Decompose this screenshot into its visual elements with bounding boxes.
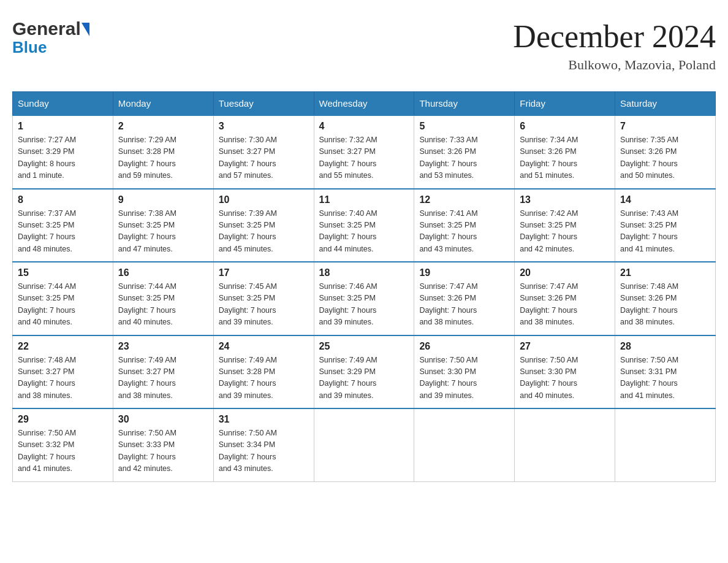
calendar-cell: 30Sunrise: 7:50 AMSunset: 3:33 PMDayligh… [113, 408, 213, 481]
location-subtitle: Bulkowo, Mazovia, Poland [513, 57, 716, 73]
calendar-cell [615, 408, 716, 481]
calendar-week-row: 8Sunrise: 7:37 AMSunset: 3:25 PMDaylight… [13, 189, 716, 262]
calendar-cell: 23Sunrise: 7:49 AMSunset: 3:27 PMDayligh… [113, 335, 213, 409]
calendar-cell: 10Sunrise: 7:39 AMSunset: 3:25 PMDayligh… [213, 189, 314, 262]
day-info: Sunrise: 7:44 AMSunset: 3:25 PMDaylight:… [118, 281, 208, 329]
day-info: Sunrise: 7:50 AMSunset: 3:30 PMDaylight:… [419, 354, 509, 402]
day-info: Sunrise: 7:34 AMSunset: 3:26 PMDaylight:… [520, 134, 610, 182]
day-info: Sunrise: 7:50 AMSunset: 3:34 PMDaylight:… [219, 427, 309, 475]
day-info: Sunrise: 7:48 AMSunset: 3:26 PMDaylight:… [620, 281, 710, 329]
day-number: 19 [419, 267, 509, 278]
logo-general-text: General [12, 18, 89, 39]
day-number: 1 [18, 121, 108, 132]
calendar-cell: 27Sunrise: 7:50 AMSunset: 3:30 PMDayligh… [515, 335, 615, 409]
day-info: Sunrise: 7:50 AMSunset: 3:31 PMDaylight:… [620, 354, 710, 402]
calendar-cell: 16Sunrise: 7:44 AMSunset: 3:25 PMDayligh… [113, 262, 213, 335]
calendar-cell [515, 408, 615, 481]
calendar-cell: 20Sunrise: 7:47 AMSunset: 3:26 PMDayligh… [515, 262, 615, 335]
col-header-thursday: Thursday [414, 92, 515, 116]
col-header-tuesday: Tuesday [213, 92, 314, 116]
day-number: 20 [520, 267, 610, 278]
calendar-cell: 3Sunrise: 7:30 AMSunset: 3:27 PMDaylight… [213, 115, 314, 189]
day-info: Sunrise: 7:43 AMSunset: 3:25 PMDaylight:… [620, 208, 710, 256]
day-number: 23 [118, 341, 208, 352]
day-info: Sunrise: 7:50 AMSunset: 3:32 PMDaylight:… [18, 427, 108, 475]
day-info: Sunrise: 7:50 AMSunset: 3:30 PMDaylight:… [520, 354, 610, 402]
calendar-cell: 13Sunrise: 7:42 AMSunset: 3:25 PMDayligh… [515, 189, 615, 262]
calendar-week-row: 22Sunrise: 7:48 AMSunset: 3:27 PMDayligh… [13, 335, 716, 409]
day-number: 10 [219, 194, 309, 205]
calendar-cell: 28Sunrise: 7:50 AMSunset: 3:31 PMDayligh… [615, 335, 716, 409]
day-number: 6 [520, 121, 610, 132]
day-info: Sunrise: 7:35 AMSunset: 3:26 PMDaylight:… [620, 134, 710, 182]
day-info: Sunrise: 7:41 AMSunset: 3:25 PMDaylight:… [419, 208, 509, 256]
month-year-title: December 2024 [513, 18, 716, 55]
calendar-cell: 25Sunrise: 7:49 AMSunset: 3:29 PMDayligh… [314, 335, 414, 409]
day-info: Sunrise: 7:29 AMSunset: 3:28 PMDaylight:… [118, 134, 208, 182]
day-number: 2 [118, 121, 208, 132]
day-number: 31 [219, 414, 309, 425]
calendar-cell: 12Sunrise: 7:41 AMSunset: 3:25 PMDayligh… [414, 189, 515, 262]
calendar-cell: 4Sunrise: 7:32 AMSunset: 3:27 PMDaylight… [314, 115, 414, 189]
day-number: 13 [520, 194, 610, 205]
day-info: Sunrise: 7:37 AMSunset: 3:25 PMDaylight:… [18, 208, 108, 256]
day-number: 29 [18, 414, 108, 425]
day-info: Sunrise: 7:40 AMSunset: 3:25 PMDaylight:… [319, 208, 409, 256]
day-info: Sunrise: 7:50 AMSunset: 3:33 PMDaylight:… [118, 427, 208, 475]
day-number: 28 [620, 341, 710, 352]
day-number: 3 [219, 121, 309, 132]
calendar-cell: 15Sunrise: 7:44 AMSunset: 3:25 PMDayligh… [13, 262, 113, 335]
day-number: 15 [18, 267, 108, 278]
day-number: 30 [118, 414, 208, 425]
calendar-cell [414, 408, 515, 481]
calendar-cell: 26Sunrise: 7:50 AMSunset: 3:30 PMDayligh… [414, 335, 515, 409]
col-header-saturday: Saturday [615, 92, 716, 116]
day-number: 22 [18, 341, 108, 352]
calendar-cell: 6Sunrise: 7:34 AMSunset: 3:26 PMDaylight… [515, 115, 615, 189]
day-info: Sunrise: 7:44 AMSunset: 3:25 PMDaylight:… [18, 281, 108, 329]
col-header-sunday: Sunday [13, 92, 113, 116]
calendar-cell: 31Sunrise: 7:50 AMSunset: 3:34 PMDayligh… [213, 408, 314, 481]
calendar-cell: 17Sunrise: 7:45 AMSunset: 3:25 PMDayligh… [213, 262, 314, 335]
calendar-cell: 29Sunrise: 7:50 AMSunset: 3:32 PMDayligh… [13, 408, 113, 481]
day-info: Sunrise: 7:27 AMSunset: 3:29 PMDaylight:… [18, 134, 108, 182]
calendar-cell: 24Sunrise: 7:49 AMSunset: 3:28 PMDayligh… [213, 335, 314, 409]
col-header-monday: Monday [113, 92, 213, 116]
col-header-friday: Friday [515, 92, 615, 116]
calendar-cell: 11Sunrise: 7:40 AMSunset: 3:25 PMDayligh… [314, 189, 414, 262]
title-section: December 2024 Bulkowo, Mazovia, Poland [513, 18, 716, 73]
calendar-cell: 14Sunrise: 7:43 AMSunset: 3:25 PMDayligh… [615, 189, 716, 262]
day-number: 9 [118, 194, 208, 205]
day-info: Sunrise: 7:49 AMSunset: 3:29 PMDaylight:… [319, 354, 409, 402]
day-number: 17 [219, 267, 309, 278]
day-info: Sunrise: 7:30 AMSunset: 3:27 PMDaylight:… [219, 134, 309, 182]
day-number: 27 [520, 341, 610, 352]
calendar-cell: 18Sunrise: 7:46 AMSunset: 3:25 PMDayligh… [314, 262, 414, 335]
calendar-table: SundayMondayTuesdayWednesdayThursdayFrid… [12, 91, 716, 482]
day-info: Sunrise: 7:49 AMSunset: 3:28 PMDaylight:… [219, 354, 309, 402]
day-info: Sunrise: 7:32 AMSunset: 3:27 PMDaylight:… [319, 134, 409, 182]
day-number: 25 [319, 341, 409, 352]
day-info: Sunrise: 7:46 AMSunset: 3:25 PMDaylight:… [319, 281, 409, 329]
col-header-wednesday: Wednesday [314, 92, 414, 116]
calendar-cell: 9Sunrise: 7:38 AMSunset: 3:25 PMDaylight… [113, 189, 213, 262]
day-number: 12 [419, 194, 509, 205]
calendar-cell: 22Sunrise: 7:48 AMSunset: 3:27 PMDayligh… [13, 335, 113, 409]
calendar-week-row: 15Sunrise: 7:44 AMSunset: 3:25 PMDayligh… [13, 262, 716, 335]
day-info: Sunrise: 7:45 AMSunset: 3:25 PMDaylight:… [219, 281, 309, 329]
calendar-cell: 21Sunrise: 7:48 AMSunset: 3:26 PMDayligh… [615, 262, 716, 335]
day-number: 11 [319, 194, 409, 205]
day-info: Sunrise: 7:39 AMSunset: 3:25 PMDaylight:… [219, 208, 309, 256]
day-number: 26 [419, 341, 509, 352]
day-info: Sunrise: 7:33 AMSunset: 3:26 PMDaylight:… [419, 134, 509, 182]
calendar-header-row: SundayMondayTuesdayWednesdayThursdayFrid… [13, 92, 716, 116]
day-info: Sunrise: 7:47 AMSunset: 3:26 PMDaylight:… [520, 281, 610, 329]
page-header: General Blue December 2024 Bulkowo, Mazo… [12, 12, 716, 79]
day-number: 16 [118, 267, 208, 278]
day-number: 4 [319, 121, 409, 132]
day-info: Sunrise: 7:47 AMSunset: 3:26 PMDaylight:… [419, 281, 509, 329]
day-number: 24 [219, 341, 309, 352]
logo-blue-text: Blue [12, 38, 47, 57]
day-number: 21 [620, 267, 710, 278]
calendar-cell: 8Sunrise: 7:37 AMSunset: 3:25 PMDaylight… [13, 189, 113, 262]
